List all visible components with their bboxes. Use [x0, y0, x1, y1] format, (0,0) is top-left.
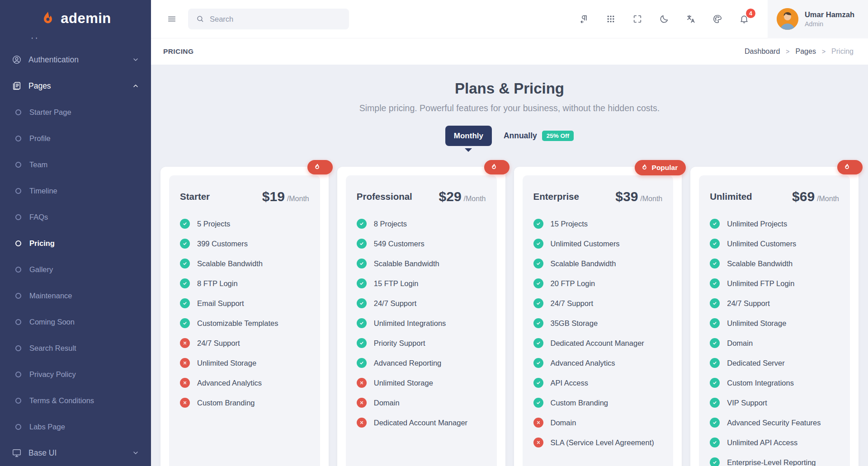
text-direction-button[interactable]: [575, 10, 593, 28]
plan-feature-label: 8 Projects: [374, 220, 407, 228]
sidebar-item-timeline[interactable]: Timeline: [0, 178, 151, 204]
monthly-toggle-button[interactable]: Monthly: [445, 126, 492, 146]
sidebar-section-pages[interactable]: Pages: [0, 73, 151, 99]
check-icon: [533, 298, 543, 308]
user-name: Umar Hamzah: [805, 10, 854, 19]
pages-book-icon: [12, 81, 22, 91]
check-icon: [533, 358, 543, 368]
annually-toggle[interactable]: Annually 25% Off: [504, 131, 574, 141]
sidebar-item-label: Gallery: [29, 265, 53, 274]
check-icon: [533, 378, 543, 388]
breadcrumb-item-dashboard[interactable]: Dashboard: [745, 47, 780, 56]
check-icon: [710, 418, 720, 428]
plan-period: /Month: [287, 195, 309, 203]
circle-bullet-icon: [15, 372, 21, 377]
search-input[interactable]: [210, 15, 341, 24]
plan-feature: 35GB Storage: [533, 318, 663, 328]
breadcrumb-separator-icon: >: [786, 48, 789, 55]
sidebar-item-profile[interactable]: Profile: [0, 125, 151, 151]
plan-amount: $39: [615, 189, 638, 204]
billing-toggle: Monthly Annually 25% Off: [151, 126, 868, 146]
check-icon: [180, 278, 190, 288]
plan-feature-label: VIP Support: [727, 399, 767, 407]
circle-bullet-icon: [15, 240, 21, 246]
cross-icon: [180, 398, 190, 408]
sidebar-item-team[interactable]: Team: [0, 151, 151, 178]
sidebar-pages-list: Starter PageProfileTeamTimelineFAQsPrici…: [0, 99, 151, 440]
check-icon: [180, 239, 190, 249]
text-direction-icon: [579, 14, 589, 24]
circle-bullet-icon: [15, 267, 21, 273]
flame-icon: [314, 164, 321, 171]
check-icon: [710, 398, 720, 408]
plan-feature: 15 FTP Login: [357, 278, 486, 288]
plan-feature: API Access: [533, 378, 663, 388]
flame-logo-icon: [40, 10, 56, 27]
check-icon: [710, 318, 720, 328]
page-title: PRICING: [163, 47, 193, 56]
sidebar-item-maintenance[interactable]: Maintenance: [0, 282, 151, 309]
theme-palette-button[interactable]: [708, 10, 726, 28]
check-icon: [357, 259, 367, 268]
apps-grid-button[interactable]: [602, 10, 620, 28]
notifications-button[interactable]: 4: [735, 10, 753, 28]
plan-feature-label: Custom Branding: [551, 399, 608, 407]
pricing-card-panel: Starter $19 /Month 5 Projects399 Custome…: [169, 175, 320, 466]
sidebar-item-search-result[interactable]: Search Result: [0, 335, 151, 361]
breadcrumb-separator-icon: >: [822, 48, 826, 55]
plan-name: Enterprise: [533, 191, 579, 202]
plan-feature-label: Scalable Bandwidth: [727, 259, 793, 268]
cross-icon: [357, 378, 367, 388]
apps-grid-icon: [606, 14, 616, 24]
check-icon: [357, 338, 367, 348]
plan-feature-label: 15 FTP Login: [374, 279, 419, 288]
sidebar-item-gallery[interactable]: Gallery: [0, 256, 151, 282]
plan-feature: Dedicated Account Manager: [533, 338, 663, 348]
hamburger-menu-button[interactable]: [163, 10, 181, 28]
plan-feature: 549 Customers: [357, 239, 486, 249]
circle-bullet-icon: [15, 293, 21, 299]
user-menu[interactable]: Umar Hamzah Admin: [768, 0, 868, 38]
pricing-card-panel: Professional $29 /Month 8 Projects549 Cu…: [346, 175, 497, 466]
sidebar-section-base-ui[interactable]: Base UI: [0, 440, 151, 466]
cross-icon: [533, 438, 543, 447]
fullscreen-icon: [632, 14, 642, 24]
sidebar-item-privacy-policy[interactable]: Privacy Policy: [0, 361, 151, 387]
breadcrumb-item-pages[interactable]: Pages: [796, 47, 816, 56]
plan-feature-label: Domain: [551, 419, 576, 427]
discount-badge: 25% Off: [542, 131, 574, 141]
translate-button[interactable]: [682, 10, 700, 28]
sidebar-section-authentication[interactable]: Authentication: [0, 47, 151, 73]
sidebar-item-terms-conditions[interactable]: Terms & Conditions: [0, 387, 151, 414]
plan-feature-label: Unlimited Storage: [197, 359, 256, 367]
plan-feature: 15 Projects: [533, 219, 663, 229]
cross-icon: [533, 418, 543, 428]
plan-feature-label: Dedicated Server: [727, 359, 784, 367]
sidebar-item-pricing[interactable]: Pricing: [0, 230, 151, 256]
plan-feature: Scalable Bandwidth: [710, 259, 839, 268]
translate-icon: [686, 14, 696, 24]
sidebar: ademin Apps Authentication Pages Starter…: [0, 0, 151, 466]
breadcrumb-bar: PRICING Dashboard>Pages>Pricing: [151, 38, 868, 65]
sidebar-item-starter-page[interactable]: Starter Page: [0, 99, 151, 125]
sidebar-item-faqs[interactable]: FAQs: [0, 204, 151, 230]
dark-mode-button[interactable]: [655, 10, 673, 28]
plan-feature: 20 FTP Login: [533, 278, 663, 288]
plan-feature-label: 24/7 Support: [197, 339, 240, 348]
sidebar-item-apps-clipped[interactable]: Apps: [0, 38, 151, 43]
plan-feature: Scalable Bandwidth: [357, 259, 486, 268]
plan-feature: Unlimited Storage: [710, 318, 839, 328]
fullscreen-button[interactable]: [628, 10, 646, 28]
check-icon: [533, 398, 543, 408]
user-role: Admin: [805, 20, 854, 28]
sidebar-item-labs-page[interactable]: Labs Page: [0, 414, 151, 440]
plan-feature-label: API Access: [551, 379, 588, 387]
circle-bullet-icon: [15, 109, 21, 115]
sidebar-item-label: Labs Page: [29, 423, 65, 431]
check-icon: [710, 438, 720, 447]
sidebar-item-label: Search Result: [29, 344, 76, 353]
plan-amount: $69: [792, 189, 815, 204]
sidebar-item-coming-soon[interactable]: Coming Soon: [0, 309, 151, 335]
plan-price: $39 /Month: [615, 189, 662, 204]
brand-logo[interactable]: ademin: [0, 0, 151, 38]
